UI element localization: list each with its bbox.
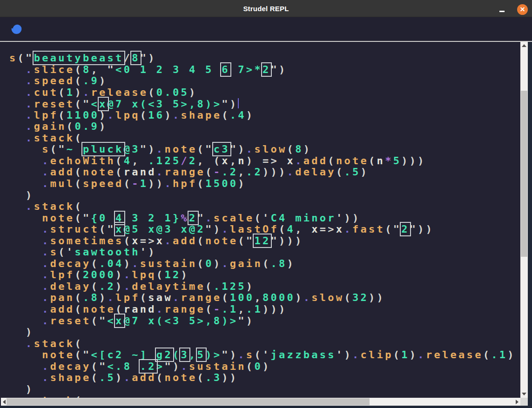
highlighted-token: 5 bbox=[197, 349, 206, 361]
code-token: "))) bbox=[270, 235, 303, 247]
highlighted-token: .2 bbox=[140, 361, 156, 372]
code-line: note("{0 4 3 2 1}%2".scale('C4 minor')) bbox=[9, 213, 520, 224]
code-token: (' bbox=[254, 212, 270, 224]
code-token: ( bbox=[197, 178, 206, 189]
vertical-scrollbar[interactable] bbox=[520, 42, 528, 398]
code-token bbox=[9, 303, 42, 315]
code-token: ( bbox=[74, 292, 83, 303]
code-token: . bbox=[26, 201, 34, 212]
code-token: (" bbox=[91, 361, 107, 372]
code-token: ( bbox=[393, 349, 402, 361]
code-line: ) bbox=[9, 327, 520, 338]
code-token: - bbox=[214, 166, 222, 178]
code-token: ( bbox=[74, 338, 83, 349]
code-token: ( bbox=[115, 303, 124, 315]
code-token: . bbox=[181, 361, 189, 372]
horizontal-scrollbar-thumb[interactable] bbox=[7, 398, 370, 405]
code-token: . bbox=[124, 269, 132, 281]
code-token: => bbox=[320, 223, 336, 235]
code-token: . bbox=[156, 166, 165, 178]
code-token: ( bbox=[74, 303, 83, 315]
code-token: slice bbox=[34, 64, 75, 75]
highlighted-token: 6 bbox=[222, 64, 230, 75]
highlighted-token: beautybeast bbox=[34, 52, 124, 64]
code-token: (' bbox=[58, 246, 74, 258]
code-token: note bbox=[42, 349, 74, 361]
code-token: ( bbox=[246, 361, 255, 372]
code-token: ))) bbox=[263, 303, 287, 315]
code-token: 0 bbox=[254, 361, 263, 372]
code-token: (" bbox=[99, 223, 115, 235]
code-token: . bbox=[26, 132, 34, 144]
code-token: speed bbox=[83, 178, 124, 189]
code-token: sawtooth bbox=[74, 246, 140, 258]
code-token: ") bbox=[140, 52, 156, 64]
code-token: / bbox=[181, 155, 189, 167]
arrow-right-icon bbox=[516, 400, 519, 404]
code-token: lpq bbox=[115, 109, 140, 121]
code-token: .2 bbox=[222, 166, 238, 178]
code-token: C4 minor bbox=[271, 212, 336, 224]
horizontal-scrollbar[interactable] bbox=[1, 398, 520, 406]
code-token: 4 bbox=[124, 155, 132, 167]
code-token: ) bbox=[295, 292, 303, 303]
code-token: )) bbox=[222, 372, 238, 383]
code-token bbox=[9, 132, 26, 144]
code-token: s bbox=[42, 143, 50, 155]
code-token: < bbox=[108, 315, 116, 327]
code-token: .125 bbox=[214, 281, 246, 292]
code-token: ) bbox=[115, 281, 124, 292]
code-token: add bbox=[132, 372, 156, 383]
code-token bbox=[9, 246, 42, 258]
code-token: .2 bbox=[99, 281, 115, 292]
code-token: - bbox=[132, 178, 140, 189]
code-token: ) bbox=[124, 258, 132, 269]
highlighted-token: x bbox=[115, 315, 124, 327]
minimize-icon bbox=[499, 11, 505, 12]
code-token: . bbox=[42, 178, 50, 189]
code-token: 2000 bbox=[83, 269, 115, 281]
code-token: ) bbox=[164, 109, 173, 121]
code-token: x bbox=[132, 235, 140, 247]
code-token: . bbox=[132, 258, 140, 269]
code-token: . bbox=[156, 143, 165, 155]
code-token: ) bbox=[115, 372, 124, 383]
scrollbar-corner bbox=[520, 398, 528, 406]
code-token: . bbox=[83, 87, 91, 98]
code-token bbox=[9, 292, 42, 303]
highlighted-token: 8 bbox=[132, 52, 140, 64]
code-token: ( bbox=[140, 292, 148, 303]
minimize-button[interactable] bbox=[497, 4, 507, 14]
code-token: ") bbox=[230, 143, 246, 155]
code-token: 4 bbox=[287, 223, 296, 235]
close-button[interactable]: ✕ bbox=[517, 4, 528, 15]
code-token: 3 2 1} bbox=[124, 212, 181, 224]
code-token: <0 1 2 3 4 5 bbox=[115, 64, 222, 75]
code-token: , bbox=[238, 303, 246, 315]
window-bottom-border bbox=[0, 406, 528, 408]
code-token: 1500 bbox=[205, 178, 238, 189]
code-token: 7>* bbox=[230, 64, 263, 75]
code-line: .slice(8, "<0 1 2 3 4 5 6 7>*2") bbox=[9, 64, 520, 76]
scroll-right-button[interactable] bbox=[514, 398, 520, 406]
code-line: .stack( bbox=[9, 201, 520, 213]
scroll-up-button[interactable] bbox=[520, 42, 528, 49]
code-editor[interactable]: s("beautybeast/8") .slice(8, "<0 1 2 3 4… bbox=[3, 42, 520, 398]
code-token: .8 bbox=[271, 258, 287, 269]
code-token: ( bbox=[91, 372, 99, 383]
vertical-scrollbar-thumb[interactable] bbox=[521, 91, 527, 257]
code-token: . bbox=[42, 166, 50, 178]
code-token bbox=[9, 315, 42, 327]
code-token: ') bbox=[336, 349, 352, 361]
code-token: reset bbox=[50, 315, 91, 327]
code-token: (' bbox=[254, 349, 270, 361]
code-token: range bbox=[181, 292, 222, 303]
code-line: .gain(0.9) bbox=[9, 121, 520, 133]
code-token: ") bbox=[222, 349, 238, 361]
strudel-spiral-logo-icon[interactable] bbox=[10, 22, 23, 36]
scroll-down-button[interactable] bbox=[520, 390, 528, 398]
code-token: ( bbox=[263, 258, 271, 269]
code-token: 8000 bbox=[263, 292, 295, 303]
highlighted-token: 2 bbox=[401, 223, 410, 235]
code-token: ) bbox=[9, 383, 34, 395]
